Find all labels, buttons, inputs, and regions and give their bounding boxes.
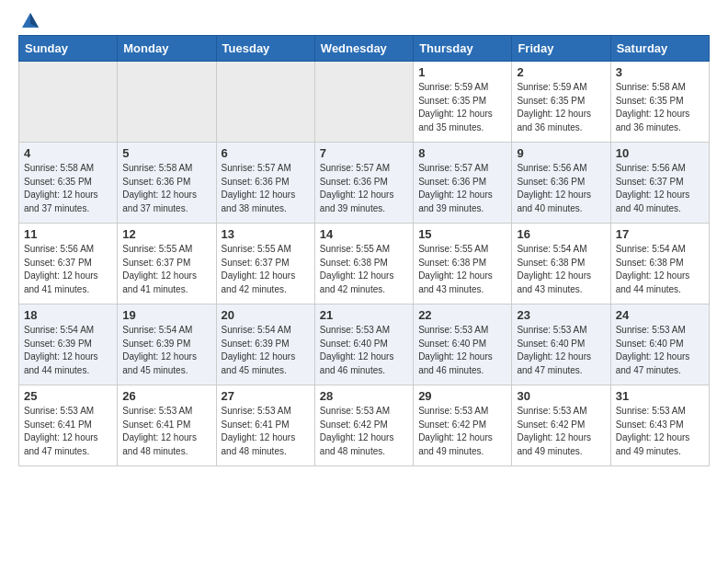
day-number: 14	[320, 227, 408, 241]
day-info: Sunrise: 5:53 AMSunset: 6:42 PMDaylight:…	[517, 405, 605, 458]
day-info: Sunrise: 5:53 AMSunset: 6:42 PMDaylight:…	[418, 405, 506, 458]
calendar-cell: 2Sunrise: 5:59 AMSunset: 6:35 PMDaylight…	[512, 62, 610, 143]
day-info: Sunrise: 5:58 AMSunset: 6:35 PMDaylight:…	[24, 162, 112, 215]
calendar-cell: 14Sunrise: 5:55 AMSunset: 6:38 PMDayligh…	[314, 224, 413, 304]
day-info: Sunrise: 5:58 AMSunset: 6:35 PMDaylight:…	[616, 81, 704, 134]
week-row-5: 25Sunrise: 5:53 AMSunset: 6:41 PMDayligh…	[19, 385, 710, 466]
calendar-cell	[118, 62, 216, 143]
day-number: 21	[320, 308, 408, 322]
day-number: 6	[222, 146, 310, 160]
calendar-cell: 21Sunrise: 5:53 AMSunset: 6:40 PMDayligh…	[314, 304, 413, 385]
day-number: 16	[517, 227, 605, 241]
weekday-header-tuesday: Tuesday	[216, 36, 314, 62]
day-info: Sunrise: 5:53 AMSunset: 6:40 PMDaylight:…	[616, 324, 704, 377]
day-info: Sunrise: 5:57 AMSunset: 6:36 PMDaylight:…	[320, 162, 408, 215]
day-info: Sunrise: 5:58 AMSunset: 6:36 PMDaylight:…	[122, 162, 210, 215]
day-info: Sunrise: 5:54 AMSunset: 6:39 PMDaylight:…	[24, 324, 112, 377]
calendar-cell: 29Sunrise: 5:53 AMSunset: 6:42 PMDayligh…	[414, 385, 512, 466]
calendar-cell	[314, 62, 413, 143]
day-info: Sunrise: 5:53 AMSunset: 6:42 PMDaylight:…	[320, 405, 408, 458]
calendar-cell: 24Sunrise: 5:53 AMSunset: 6:40 PMDayligh…	[610, 304, 709, 385]
calendar-cell: 23Sunrise: 5:53 AMSunset: 6:40 PMDayligh…	[512, 304, 610, 385]
calendar-cell: 27Sunrise: 5:53 AMSunset: 6:41 PMDayligh…	[216, 385, 314, 466]
calendar-cell: 6Sunrise: 5:57 AMSunset: 6:36 PMDaylight…	[216, 143, 314, 224]
day-info: Sunrise: 5:54 AMSunset: 6:39 PMDaylight:…	[222, 324, 310, 377]
day-info: Sunrise: 5:56 AMSunset: 6:37 PMDaylight:…	[616, 162, 704, 215]
day-number: 10	[616, 146, 704, 160]
day-number: 31	[616, 389, 704, 403]
calendar-cell: 20Sunrise: 5:54 AMSunset: 6:39 PMDayligh…	[216, 304, 314, 385]
day-number: 28	[320, 389, 408, 403]
calendar-cell: 19Sunrise: 5:54 AMSunset: 6:39 PMDayligh…	[118, 304, 216, 385]
day-number: 17	[616, 227, 704, 241]
day-info: Sunrise: 5:57 AMSunset: 6:36 PMDaylight:…	[418, 162, 506, 215]
day-info: Sunrise: 5:54 AMSunset: 6:38 PMDaylight:…	[616, 243, 704, 296]
calendar-cell: 1Sunrise: 5:59 AMSunset: 6:35 PMDaylight…	[414, 62, 512, 143]
day-number: 2	[517, 65, 605, 79]
day-number: 11	[24, 227, 112, 241]
day-number: 18	[24, 308, 112, 322]
calendar-cell: 22Sunrise: 5:53 AMSunset: 6:40 PMDayligh…	[414, 304, 512, 385]
calendar-cell: 5Sunrise: 5:58 AMSunset: 6:36 PMDaylight…	[118, 143, 216, 224]
calendar-cell: 25Sunrise: 5:53 AMSunset: 6:41 PMDayligh…	[19, 385, 118, 466]
calendar-cell: 3Sunrise: 5:58 AMSunset: 6:35 PMDaylight…	[610, 62, 709, 143]
day-info: Sunrise: 5:55 AMSunset: 6:38 PMDaylight:…	[320, 243, 408, 296]
day-info: Sunrise: 5:55 AMSunset: 6:37 PMDaylight:…	[222, 243, 310, 296]
calendar-cell: 13Sunrise: 5:55 AMSunset: 6:37 PMDayligh…	[216, 224, 314, 304]
calendar-cell: 8Sunrise: 5:57 AMSunset: 6:36 PMDaylight…	[414, 143, 512, 224]
logo	[18, 15, 40, 28]
day-number: 22	[418, 308, 506, 322]
day-number: 9	[517, 146, 605, 160]
page: SundayMondayTuesdayWednesdayThursdayFrid…	[0, 0, 728, 481]
day-info: Sunrise: 5:53 AMSunset: 6:41 PMDaylight:…	[122, 405, 210, 458]
day-number: 5	[122, 146, 210, 160]
day-number: 25	[24, 389, 112, 403]
calendar-cell: 26Sunrise: 5:53 AMSunset: 6:41 PMDayligh…	[118, 385, 216, 466]
day-number: 1	[418, 65, 506, 79]
day-info: Sunrise: 5:56 AMSunset: 6:36 PMDaylight:…	[517, 162, 605, 215]
day-number: 3	[616, 65, 704, 79]
day-info: Sunrise: 5:59 AMSunset: 6:35 PMDaylight:…	[418, 81, 506, 134]
day-info: Sunrise: 5:57 AMSunset: 6:36 PMDaylight:…	[222, 162, 310, 215]
day-info: Sunrise: 5:55 AMSunset: 6:37 PMDaylight:…	[122, 243, 210, 296]
day-number: 27	[222, 389, 310, 403]
day-info: Sunrise: 5:53 AMSunset: 6:40 PMDaylight:…	[517, 324, 605, 377]
day-info: Sunrise: 5:53 AMSunset: 6:41 PMDaylight:…	[222, 405, 310, 458]
calendar-cell: 28Sunrise: 5:53 AMSunset: 6:42 PMDayligh…	[314, 385, 413, 466]
header	[18, 15, 710, 28]
day-info: Sunrise: 5:53 AMSunset: 6:41 PMDaylight:…	[24, 405, 112, 458]
weekday-header-monday: Monday	[118, 36, 216, 62]
day-number: 23	[517, 308, 605, 322]
weekday-header-sunday: Sunday	[19, 36, 118, 62]
calendar-cell	[216, 62, 314, 143]
day-info: Sunrise: 5:54 AMSunset: 6:38 PMDaylight:…	[517, 243, 605, 296]
day-number: 4	[24, 146, 112, 160]
calendar-cell: 15Sunrise: 5:55 AMSunset: 6:38 PMDayligh…	[414, 224, 512, 304]
calendar-cell: 31Sunrise: 5:53 AMSunset: 6:43 PMDayligh…	[610, 385, 709, 466]
day-number: 7	[320, 146, 408, 160]
day-number: 20	[222, 308, 310, 322]
day-number: 12	[122, 227, 210, 241]
calendar-cell: 16Sunrise: 5:54 AMSunset: 6:38 PMDayligh…	[512, 224, 610, 304]
calendar: SundayMondayTuesdayWednesdayThursdayFrid…	[18, 35, 710, 466]
calendar-cell: 17Sunrise: 5:54 AMSunset: 6:38 PMDayligh…	[610, 224, 709, 304]
logo-icon	[20, 11, 40, 31]
day-info: Sunrise: 5:53 AMSunset: 6:43 PMDaylight:…	[616, 405, 704, 458]
day-info: Sunrise: 5:56 AMSunset: 6:37 PMDaylight:…	[24, 243, 112, 296]
day-number: 29	[418, 389, 506, 403]
day-number: 19	[122, 308, 210, 322]
week-row-4: 18Sunrise: 5:54 AMSunset: 6:39 PMDayligh…	[19, 304, 710, 385]
day-number: 24	[616, 308, 704, 322]
calendar-cell: 4Sunrise: 5:58 AMSunset: 6:35 PMDaylight…	[19, 143, 118, 224]
weekday-header-friday: Friday	[512, 36, 610, 62]
calendar-cell: 11Sunrise: 5:56 AMSunset: 6:37 PMDayligh…	[19, 224, 118, 304]
day-number: 15	[418, 227, 506, 241]
calendar-cell: 9Sunrise: 5:56 AMSunset: 6:36 PMDaylight…	[512, 143, 610, 224]
calendar-cell: 7Sunrise: 5:57 AMSunset: 6:36 PMDaylight…	[314, 143, 413, 224]
day-info: Sunrise: 5:59 AMSunset: 6:35 PMDaylight:…	[517, 81, 605, 134]
week-row-3: 11Sunrise: 5:56 AMSunset: 6:37 PMDayligh…	[19, 224, 710, 304]
day-info: Sunrise: 5:53 AMSunset: 6:40 PMDaylight:…	[418, 324, 506, 377]
week-row-1: 1Sunrise: 5:59 AMSunset: 6:35 PMDaylight…	[19, 62, 710, 143]
calendar-cell: 18Sunrise: 5:54 AMSunset: 6:39 PMDayligh…	[19, 304, 118, 385]
weekday-header-saturday: Saturday	[610, 36, 709, 62]
